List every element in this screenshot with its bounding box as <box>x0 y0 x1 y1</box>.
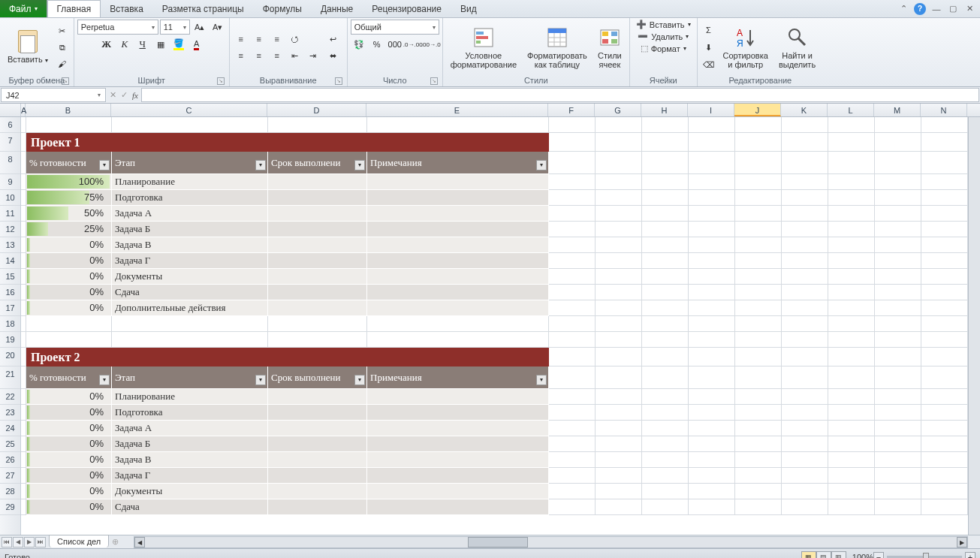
notes-cell[interactable] <box>367 436 549 452</box>
stage-cell[interactable]: Задача Г <box>112 468 268 484</box>
notes-cell[interactable] <box>367 174 549 190</box>
comma-button[interactable]: 000 <box>387 37 403 52</box>
stage-cell[interactable]: Планирование <box>112 174 268 190</box>
enter-icon[interactable]: ✓ <box>121 90 128 100</box>
align-bottom-button[interactable]: ≡ <box>269 32 285 47</box>
cell-styles-button[interactable]: Стили ячеек <box>593 24 626 71</box>
next-sheet-icon[interactable]: ▶ <box>24 537 35 547</box>
find-select-button[interactable]: Найти и выделить <box>774 24 820 71</box>
notes-cell[interactable] <box>367 484 549 499</box>
table-header[interactable]: Этап▾ <box>112 366 268 389</box>
increase-indent-button[interactable]: ⇥ <box>305 48 321 63</box>
stage-cell[interactable]: Задача В <box>112 452 268 468</box>
tab-review[interactable]: Рецензирование <box>363 0 451 17</box>
table-header[interactable]: Примечания▾ <box>367 152 549 174</box>
underline-button[interactable]: Ч <box>134 37 151 52</box>
notes-cell[interactable] <box>367 237 549 253</box>
first-sheet-icon[interactable]: ⏮ <box>2 537 12 547</box>
stage-cell[interactable]: Документы <box>112 269 268 285</box>
scroll-left-icon[interactable]: ◀ <box>134 537 145 547</box>
notes-cell[interactable] <box>367 269 549 285</box>
accounting-button[interactable]: 💱 <box>351 37 367 52</box>
deadline-cell[interactable] <box>268 206 367 222</box>
col-header[interactable]: I <box>688 104 734 116</box>
scroll-right-icon[interactable]: ▶ <box>957 537 967 547</box>
notes-cell[interactable] <box>367 421 549 436</box>
row-header[interactable]: 23 <box>0 405 20 421</box>
pct-cell[interactable]: 0% <box>26 300 112 316</box>
page-layout-view-icon[interactable]: ▤ <box>816 551 831 559</box>
filter-icon[interactable]: ▾ <box>536 375 547 385</box>
stage-cell[interactable]: Документы <box>112 484 268 499</box>
deadline-cell[interactable] <box>268 484 367 499</box>
filter-icon[interactable]: ▾ <box>536 160 547 170</box>
delete-cells-button[interactable]: ➖Удалить▾ <box>635 32 692 41</box>
format-painter-button[interactable]: 🖌 <box>54 56 71 71</box>
notes-cell[interactable] <box>367 253 549 269</box>
fx-icon[interactable]: fx <box>132 91 138 100</box>
notes-cell[interactable] <box>367 405 549 421</box>
align-middle-button[interactable]: ≡ <box>251 32 267 47</box>
table-header[interactable]: % готовности▾ <box>26 152 112 174</box>
cells-area[interactable]: Проект 1% готовности▾Этап▾Срок выполнени… <box>21 117 980 535</box>
cut-button[interactable]: ✂ <box>54 23 71 38</box>
row-header[interactable]: 8 <box>0 152 20 174</box>
stage-cell[interactable]: Задача Г <box>112 253 268 269</box>
row-header[interactable]: 11 <box>0 206 20 222</box>
tab-pagelayout[interactable]: Разметка страницы <box>153 0 254 17</box>
decrease-indent-button[interactable]: ⇤ <box>287 48 303 63</box>
filter-icon[interactable]: ▾ <box>354 375 365 385</box>
row-header[interactable]: 15 <box>0 269 20 285</box>
col-header[interactable]: C <box>111 104 267 116</box>
stage-cell[interactable]: Задача А <box>112 421 268 436</box>
row-header[interactable]: 6 <box>0 117 20 133</box>
col-header[interactable]: N <box>921 104 967 116</box>
stage-cell[interactable]: Подготовка <box>112 405 268 421</box>
sheet-tab[interactable]: Список дел <box>49 535 109 547</box>
row-header[interactable]: 14 <box>0 253 20 269</box>
tab-home[interactable]: Главная <box>47 0 101 17</box>
filter-icon[interactable]: ▾ <box>255 375 266 385</box>
minimize-ribbon-icon[interactable]: ⌃ <box>897 3 909 15</box>
font-color-button[interactable]: A <box>188 37 205 52</box>
autosum-button[interactable]: Σ <box>701 23 717 38</box>
pct-cell[interactable]: 0% <box>26 285 112 300</box>
dialog-launcher-icon[interactable]: ↘ <box>217 77 225 85</box>
deadline-cell[interactable] <box>268 468 367 484</box>
col-header[interactable]: J <box>734 104 781 116</box>
font-name-combo[interactable]: Perpetua▾ <box>77 20 158 35</box>
tab-formulas[interactable]: Формулы <box>254 0 312 17</box>
deadline-cell[interactable] <box>268 436 367 452</box>
zoom-out-button[interactable]: − <box>873 552 884 559</box>
decrease-decimal-button[interactable]: .00→.0 <box>423 37 439 52</box>
dialog-launcher-icon[interactable]: ↘ <box>335 77 342 85</box>
table-header[interactable]: Срок выполнени▾ <box>268 152 367 174</box>
formula-input[interactable] <box>141 88 979 102</box>
filter-icon[interactable]: ▾ <box>255 160 266 170</box>
deadline-cell[interactable] <box>268 389 367 405</box>
row-header[interactable]: 27 <box>0 468 20 484</box>
pct-cell[interactable]: 0% <box>26 269 112 285</box>
stage-cell[interactable]: Сдача <box>112 499 268 515</box>
stage-cell[interactable]: Задача А <box>112 206 268 222</box>
deadline-cell[interactable] <box>268 222 367 237</box>
col-header[interactable]: E <box>366 104 548 116</box>
stage-cell[interactable]: Дополнительные действия <box>112 300 268 316</box>
pct-cell[interactable]: 0% <box>26 484 112 499</box>
format-cells-button[interactable]: ⬚Формат▾ <box>638 44 689 53</box>
filter-icon[interactable]: ▾ <box>99 375 110 385</box>
format-as-table-button[interactable]: Форматировать как таблицу <box>523 24 592 71</box>
align-right-button[interactable]: ≡ <box>269 48 285 63</box>
fill-color-button[interactable]: 🪣 <box>170 37 187 52</box>
pct-cell[interactable]: 25% <box>26 222 112 237</box>
row-header[interactable]: 28 <box>0 484 20 499</box>
col-header[interactable]: F <box>548 104 595 116</box>
deadline-cell[interactable] <box>268 190 367 206</box>
close-icon[interactable]: ✕ <box>963 3 975 15</box>
restore-icon[interactable]: ▢ <box>947 3 959 15</box>
table-header[interactable]: Примечания▾ <box>367 366 549 389</box>
row-header[interactable]: 29 <box>0 499 20 515</box>
tab-view[interactable]: Вид <box>451 0 487 17</box>
font-size-combo[interactable]: 11▾ <box>160 20 190 35</box>
dialog-launcher-icon[interactable]: ↘ <box>62 77 69 85</box>
